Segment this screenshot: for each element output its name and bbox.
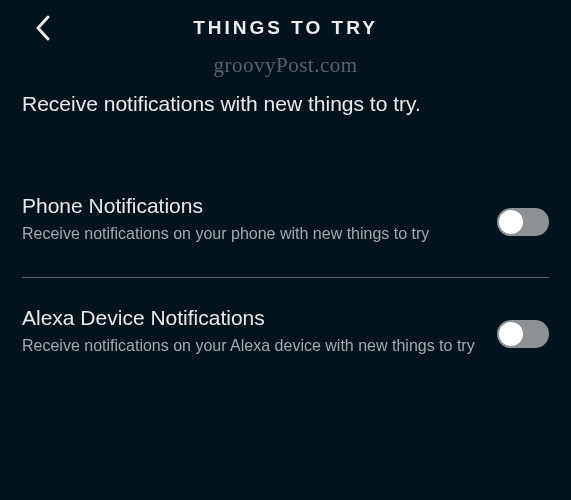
- setting-description: Receive notifications on your phone with…: [22, 223, 477, 245]
- back-button[interactable]: [28, 13, 58, 43]
- toggle-knob: [499, 210, 523, 234]
- page-subtitle: Receive notifications with new things to…: [0, 78, 571, 116]
- setting-title: Alexa Device Notifications: [22, 306, 477, 330]
- setting-text: Alexa Device Notifications Receive notif…: [22, 306, 497, 357]
- page-title: THINGS TO TRY: [193, 17, 378, 39]
- watermark-text: groovyPost.com: [0, 53, 571, 78]
- setting-row-phone-notifications: Phone Notifications Receive notification…: [22, 176, 549, 263]
- toggle-knob: [499, 322, 523, 346]
- header: THINGS TO TRY: [0, 0, 571, 56]
- settings-list: Phone Notifications Receive notification…: [0, 176, 571, 374]
- toggle-alexa-notifications[interactable]: [497, 320, 549, 348]
- chevron-left-icon: [35, 15, 51, 41]
- setting-description: Receive notifications on your Alexa devi…: [22, 335, 477, 357]
- toggle-phone-notifications[interactable]: [497, 208, 549, 236]
- divider: [22, 277, 549, 278]
- setting-title: Phone Notifications: [22, 194, 477, 218]
- setting-row-alexa-notifications: Alexa Device Notifications Receive notif…: [22, 288, 549, 375]
- setting-text: Phone Notifications Receive notification…: [22, 194, 497, 245]
